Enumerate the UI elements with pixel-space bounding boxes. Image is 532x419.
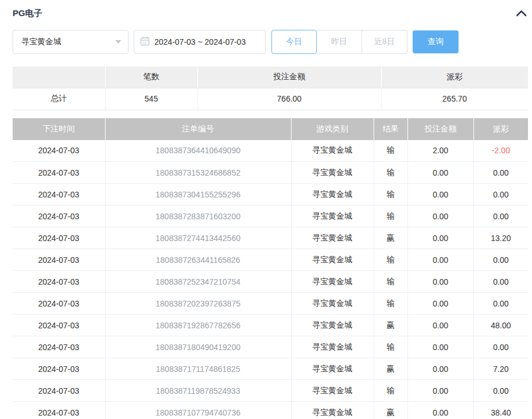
column-header-result: 结果 (374, 118, 407, 140)
cell-bet-amount: 0.00 (407, 293, 473, 315)
cell-game-type: 寻宝黄金城 (291, 315, 374, 336)
date-range-input[interactable]: 2024-07-03 ~ 2024-07-03 (134, 30, 266, 54)
table-row: 2024-07-03 1808387171174861825 寻宝黄金城 赢 0… (13, 358, 528, 380)
cell-bet-time: 2024-07-03 (13, 315, 105, 336)
summary-total-row: 总计 545 766.00 265.70 (13, 88, 528, 110)
cell-bet-amount: 0.00 (407, 162, 473, 184)
summary-header-payout: 派彩 (381, 67, 528, 88)
collapse-button[interactable] (516, 9, 527, 18)
cell-payout: 0.00 (473, 205, 528, 227)
cell-result: 输 (374, 336, 407, 358)
cell-payout: 38.40 (473, 402, 528, 419)
column-header-bet-amount: 投注金额 (407, 118, 473, 140)
summary-total-label: 总计 (13, 88, 105, 110)
cell-order-no: 1808387263441165826 (105, 249, 291, 271)
table-row: 2024-07-03 1808387180490419200 寻宝黄金城 输 0… (13, 336, 528, 358)
cell-payout: 13.20 (473, 227, 528, 249)
table-row: 2024-07-03 1808387107794740736 寻宝黄金城 赢 0… (13, 402, 528, 419)
cell-bet-time: 2024-07-03 (13, 162, 105, 184)
cell-bet-time: 2024-07-03 (13, 249, 105, 271)
cell-result: 输 (374, 205, 407, 227)
cell-order-no: 1808387180490419200 (105, 336, 291, 358)
table-row: 2024-07-03 1808387274413442560 寻宝黄金城 赢 0… (13, 227, 528, 249)
cell-bet-amount: 2.00 (407, 140, 473, 162)
column-header-game-type: 游戏类别 (291, 118, 374, 140)
cell-order-no: 1808387192867782656 (105, 315, 291, 336)
cell-bet-time: 2024-07-03 (13, 358, 105, 380)
table-row: 2024-07-03 1808387202397263875 寻宝黄金城 输 0… (13, 293, 528, 315)
cell-game-type: 寻宝黄金城 (291, 271, 374, 293)
cell-result: 输 (374, 162, 407, 184)
cell-order-no: 1808387252347210754 (105, 271, 291, 293)
cell-game-type: 寻宝黄金城 (291, 293, 374, 315)
cell-game-type: 寻宝黄金城 (291, 140, 374, 162)
cell-result: 输 (374, 184, 407, 205)
date-range-value: 2024-07-03 ~ 2024-07-03 (154, 37, 246, 46)
cell-bet-time: 2024-07-03 (13, 271, 105, 293)
cell-game-type: 寻宝黄金城 (291, 184, 374, 205)
summary-header-row: 笔数 投注金额 派彩 (13, 67, 528, 88)
table-row: 2024-07-03 1808387364410649090 寻宝黄金城 输 2… (13, 140, 528, 162)
cell-bet-time: 2024-07-03 (13, 293, 105, 315)
panel-title: PG电子 (13, 8, 42, 19)
cell-bet-amount: 0.00 (407, 380, 473, 402)
cell-payout: 0.00 (473, 271, 528, 293)
cell-result: 输 (374, 249, 407, 271)
cell-bet-amount: 0.00 (407, 315, 473, 336)
table-row: 2024-07-03 1808387304155255296 寻宝黄金城 输 0… (13, 184, 528, 205)
cell-payout: 0.00 (473, 184, 528, 205)
cell-result: 赢 (374, 227, 407, 249)
bet-table-body: 2024-07-03 1808387364410649090 寻宝黄金城 输 2… (13, 140, 528, 419)
cell-result: 输 (374, 380, 407, 402)
cell-bet-time: 2024-07-03 (13, 205, 105, 227)
cell-payout: 0.00 (473, 336, 528, 358)
cell-payout: 0.00 (473, 293, 528, 315)
bet-records-table: 下注时间 注单编号 游戏类别 结果 投注金额 派彩 2024-07-03 180… (13, 118, 528, 419)
cell-bet-amount: 0.00 (407, 271, 473, 293)
cell-game-type: 寻宝黄金城 (291, 162, 374, 184)
panel-header: PG电子 (13, 0, 528, 19)
cell-result: 赢 (374, 315, 407, 336)
cell-result: 输 (374, 293, 407, 315)
cell-bet-amount: 0.00 (407, 227, 473, 249)
cell-payout: 7.20 (473, 358, 528, 380)
summary-total-bet-amount: 766.00 (197, 88, 381, 110)
cell-order-no: 1808387283871603200 (105, 205, 291, 227)
cell-payout: -2.00 (473, 140, 528, 162)
yesterday-button[interactable]: 昨日 (317, 30, 362, 54)
table-row: 2024-07-03 1808387263441165826 寻宝黄金城 输 0… (13, 249, 528, 271)
game-select-value: 寻宝黄金城 (21, 37, 61, 47)
calendar-icon (140, 36, 154, 48)
query-button[interactable]: 查询 (413, 30, 459, 53)
last-8-days-button[interactable]: 近8日 (362, 30, 407, 54)
cell-bet-amount: 0.00 (407, 184, 473, 205)
cell-result: 输 (374, 140, 407, 162)
today-button[interactable]: 今日 (271, 30, 317, 54)
cell-result: 赢 (374, 358, 407, 380)
cell-order-no: 1808387119878524933 (105, 380, 291, 402)
cell-bet-amount: 0.00 (407, 336, 473, 358)
cell-bet-time: 2024-07-03 (13, 402, 105, 419)
cell-payout: 0.00 (473, 380, 528, 402)
quick-range-group: 今日 昨日 近8日 (271, 30, 407, 54)
table-row: 2024-07-03 1808387315324686852 寻宝黄金城 输 0… (13, 162, 528, 184)
column-header-bet-time: 下注时间 (13, 118, 105, 140)
game-select[interactable]: 寻宝黄金城 (13, 30, 129, 54)
cell-payout: 0.00 (473, 249, 528, 271)
cell-order-no: 1808387274413442560 (105, 227, 291, 249)
column-header-order-no: 注单编号 (105, 118, 291, 140)
cell-bet-amount: 0.00 (407, 358, 473, 380)
table-row: 2024-07-03 1808387192867782656 寻宝黄金城 赢 0… (13, 315, 528, 336)
cell-payout: 0.00 (473, 162, 528, 184)
summary-table: 笔数 投注金额 派彩 总计 545 766.00 265.70 (13, 67, 528, 110)
cell-bet-time: 2024-07-03 (13, 227, 105, 249)
filter-controls: 寻宝黄金城 2024-07-03 ~ 2024-07-03 (13, 30, 528, 54)
cell-game-type: 寻宝黄金城 (291, 227, 374, 249)
cell-bet-time: 2024-07-03 (13, 184, 105, 205)
cell-order-no: 1808387364410649090 (105, 140, 291, 162)
pg-game-panel: PG电子 寻宝黄金城 (13, 0, 528, 419)
cell-bet-amount: 0.00 (407, 402, 473, 419)
chevron-up-icon (516, 9, 527, 18)
cell-game-type: 寻宝黄金城 (291, 205, 374, 227)
cell-bet-amount: 0.00 (407, 205, 473, 227)
